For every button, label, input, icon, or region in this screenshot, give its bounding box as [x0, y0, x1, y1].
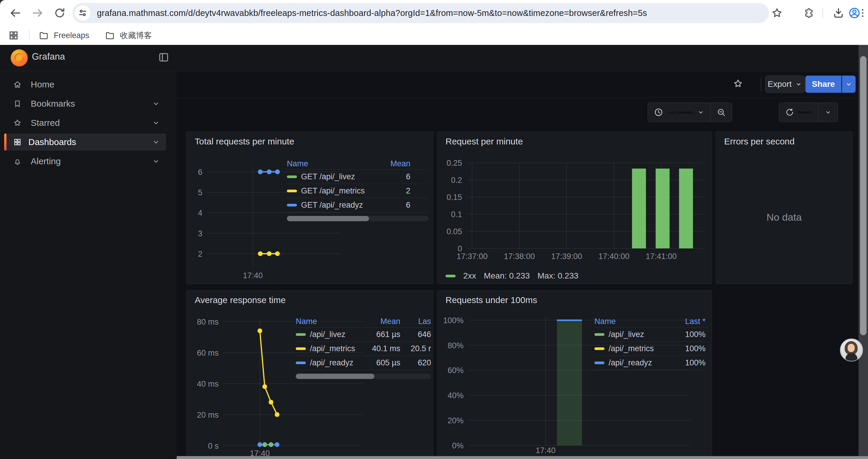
sidebar-item-home[interactable]: Home: [4, 76, 166, 93]
address-bar[interactable]: grafana.mathmast.com/d/deytv4rwavabkb/fr…: [72, 3, 769, 23]
refresh-group: Refresh: [779, 102, 838, 122]
favorite-dashboard-button[interactable]: [733, 78, 743, 89]
chevron-down-icon[interactable]: [152, 119, 160, 127]
panel-request-per-minute: Request per minute 0.250.20.150.10.05017…: [437, 131, 712, 284]
arrow-left-icon: [9, 6, 22, 20]
chevron-down-icon[interactable]: [152, 100, 160, 108]
downloads-button[interactable]: [831, 5, 846, 21]
sidebar-toggle-button[interactable]: [158, 52, 169, 64]
bookmarks-separator: [29, 30, 30, 41]
dashboard-time-row: Last 5 minutes Refresh: [177, 98, 868, 127]
svg-text:60%: 60%: [447, 366, 464, 375]
bookmark-folder-label: 收藏博客: [120, 30, 152, 41]
no-data-message: No data: [716, 211, 852, 223]
folder-icon: [38, 30, 49, 41]
dashboard-actions-row: Export Share: [177, 71, 868, 98]
refresh-button[interactable]: Refresh: [779, 103, 818, 122]
bookmark-folder-blogs[interactable]: 收藏博客: [99, 28, 157, 43]
chevron-down-icon: [697, 109, 704, 116]
time-range-picker[interactable]: Last 5 minutes: [648, 103, 710, 122]
svg-text:17:37:00: 17:37:00: [457, 252, 488, 261]
sidebar-item-label: Dashboards: [28, 137, 76, 147]
zoom-out-time-button[interactable]: [710, 103, 732, 122]
share-button[interactable]: Share: [805, 76, 841, 93]
sidebar-item-label: Starred: [31, 118, 60, 128]
grafana-header: Grafana Home Dashboards Freeleaps Metric…: [0, 45, 868, 71]
window-corner: [0, 0, 5, 5]
panel-legend-table[interactable]: NameLast */api/_livez100%/api/_metrics10…: [594, 316, 706, 370]
reload-icon: [54, 7, 66, 19]
bookmarks-bar: Freeleaps 收藏博客: [0, 26, 868, 45]
bookmark-page-button[interactable]: [769, 5, 785, 21]
browser-forward-button[interactable]: [29, 4, 46, 22]
svg-text:0.2: 0.2: [451, 176, 462, 185]
svg-text:6: 6: [198, 168, 203, 177]
dashboard-main: Export Share Last 5 minutes: [177, 71, 868, 459]
chevron-down-icon: [795, 80, 802, 88]
browser-menu-button[interactable]: [857, 5, 868, 21]
sidebar-item-label: Home: [31, 79, 54, 90]
svg-text:100%: 100%: [443, 316, 464, 325]
grafana-logo[interactable]: [11, 49, 28, 66]
clock-icon: [654, 107, 663, 117]
svg-text:0.05: 0.05: [446, 227, 462, 236]
page-scrollbar-vertical[interactable]: [859, 45, 868, 459]
puzzle-icon: [803, 7, 815, 19]
actions-divider: [761, 77, 761, 92]
sidebar-item-label: Bookmarks: [31, 99, 75, 109]
bookmark-folder-freeleaps[interactable]: Freeleaps: [33, 28, 95, 43]
apps-grid-button[interactable]: [6, 28, 21, 43]
svg-text:17:40: 17:40: [536, 446, 556, 455]
share-split-button: Share: [805, 76, 856, 93]
time-range-group: Last 5 minutes: [648, 102, 732, 122]
sidebar-item-dashboards[interactable]: Dashboards: [4, 133, 166, 151]
browser-back-button[interactable]: [6, 4, 24, 22]
chevron-down-icon[interactable]: [152, 138, 160, 146]
svg-text:17:38:00: 17:38:00: [504, 252, 535, 261]
panel-title[interactable]: Errors per second: [724, 136, 795, 146]
site-settings-button[interactable]: [75, 5, 90, 21]
svg-text:0.1: 0.1: [451, 210, 462, 219]
time-range-label: Last 5 minutes: [668, 110, 693, 114]
svg-text:0 s: 0 s: [208, 441, 219, 451]
sidebar-item-bookmarks[interactable]: Bookmarks: [4, 95, 166, 112]
browser-toolbar: grafana.mathmast.com/d/deytv4rwavabkb/fr…: [0, 0, 868, 26]
share-dropdown-button[interactable]: [842, 76, 856, 93]
extensions-button[interactable]: [801, 5, 816, 21]
panel-legend-inline[interactable]: 2xxMean: 0.233Max: 0.233: [445, 271, 579, 281]
panel-left-icon: [158, 52, 169, 63]
magnifier-minus-icon: [716, 107, 726, 117]
avatar-body: [845, 353, 857, 361]
svg-text:17:40:00: 17:40:00: [598, 252, 629, 261]
browser-reload-button[interactable]: [51, 4, 68, 22]
assistant-avatar[interactable]: [840, 338, 863, 362]
arrow-right-icon: [31, 6, 44, 20]
svg-text:60 ms: 60 ms: [197, 349, 219, 357]
bar-chart[interactable]: 0.250.20.150.10.05017:37:0017:38:0017:39…: [437, 132, 712, 284]
grafana-sidebar: Home Bookmarks Starred Dashboards Alerti…: [0, 71, 177, 459]
svg-text:0.25: 0.25: [446, 159, 462, 167]
chevron-down-icon: [825, 109, 832, 116]
page-scrollbar-horizontal[interactable]: [177, 456, 868, 459]
sidebar-item-starred[interactable]: Starred: [4, 114, 166, 131]
star-icon: [13, 119, 22, 127]
svg-text:20 ms: 20 ms: [197, 411, 219, 419]
star-outline-icon: [771, 7, 783, 19]
bookmark-icon: [13, 99, 22, 108]
svg-text:80 ms: 80 ms: [197, 318, 219, 326]
svg-text:0%: 0%: [452, 441, 464, 450]
sidebar-item-alerting[interactable]: Alerting: [4, 153, 166, 170]
scrollbar-thumb[interactable]: [860, 56, 867, 335]
panel-legend-table[interactable]: NameMeanLas/api/_livez661 µs646/api/_met…: [296, 316, 431, 379]
chevron-down-icon[interactable]: [152, 157, 160, 165]
share-label: Share: [812, 79, 835, 89]
panel-legend-table[interactable]: NameMeanGET /api/_livez6GET /api/_metric…: [287, 158, 429, 221]
export-button[interactable]: Export: [765, 76, 805, 93]
svg-text:4: 4: [198, 208, 203, 218]
svg-text:17:40: 17:40: [243, 271, 263, 280]
refresh-interval-dropdown[interactable]: [818, 103, 838, 122]
dashboards-grid-icon: [13, 138, 22, 146]
panel-errors-per-second: Errors per second No data: [716, 131, 852, 284]
chevron-down-icon: [845, 80, 852, 88]
grafana-brand: Grafana: [32, 52, 65, 62]
